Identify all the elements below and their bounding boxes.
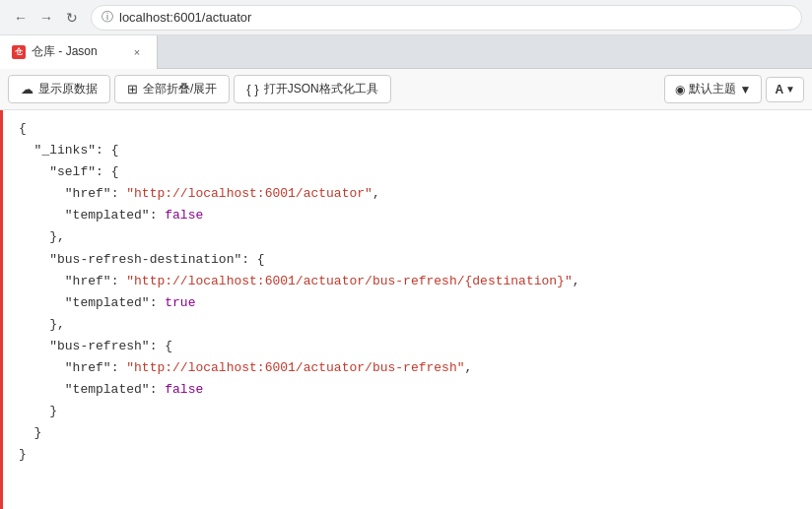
browser-bar: ← → ↻ ⓘ localhost:6001/actuator [0,0,812,35]
collapse-icon: ⊞ [127,82,138,96]
forward-button[interactable]: → [35,7,57,29]
tab-close-button[interactable]: × [129,44,145,60]
refresh-button[interactable]: ↻ [61,7,83,29]
theme-label: 默认主题 [689,81,736,97]
tab-favicon: 仓 [12,45,26,59]
json-line-6: }, [19,226,796,248]
json-line-10: }, [19,314,796,336]
cloud-icon: ☁ [21,82,34,96]
json-line-8: "href": "http://localhost:6001/actuator/… [19,271,796,292]
json-line-13: "templated": false [19,379,796,401]
json-line-1: { [19,118,796,140]
active-tab[interactable]: 仓 仓库 - Jason × [0,35,158,69]
json-line-5: "templated": false [19,205,796,226]
theme-dropdown-icon: ▼ [740,83,752,96]
json-line-16: } [19,444,796,466]
font-label: A [775,83,783,96]
json-line-11: "bus-refresh": { [19,336,796,357]
nav-icons: ← → ↻ [10,7,83,29]
tab-bar: 仓 仓库 - Jason × [0,35,812,69]
json-line-9: "templated": true [19,292,796,314]
json-line-4: "href": "http://localhost:6001/actuator"… [19,183,796,205]
open-formatter-label: 打开JSON格式化工具 [264,81,378,97]
toolbar-right: ◉ 默认主题 ▼ A ▼ [664,75,804,103]
collapse-expand-label: 全部折叠/展开 [143,81,217,97]
lock-icon: ⓘ [102,9,113,26]
json-line-2: "_links": { [19,140,796,161]
font-dropdown-icon: ▼ [785,84,795,95]
theme-button[interactable]: ◉ 默认主题 ▼ [664,75,763,103]
tab-label: 仓库 - Jason [32,43,123,60]
json-content: { "_links": { "self": { "href": "http://… [0,110,812,509]
theme-icon: ◉ [675,83,685,96]
formatter-icon: { } [246,82,258,96]
back-button[interactable]: ← [10,7,32,29]
open-formatter-button[interactable]: { } 打开JSON格式化工具 [234,75,390,103]
address-bar[interactable]: ⓘ localhost:6001/actuator [91,5,802,31]
json-line-3: "self": { [19,161,796,183]
collapse-expand-button[interactable]: ⊞ 全部折叠/展开 [114,75,230,103]
font-button[interactable]: A ▼ [766,77,804,102]
show-raw-button[interactable]: ☁ 显示原数据 [8,75,110,103]
json-line-12: "href": "http://localhost:6001/actuator/… [19,357,796,379]
url-text: localhost:6001/actuator [119,10,791,25]
json-toolbar: ☁ 显示原数据 ⊞ 全部折叠/展开 { } 打开JSON格式化工具 ◉ 默认主题… [0,69,812,110]
show-raw-label: 显示原数据 [38,81,98,97]
json-line-14: } [19,401,796,422]
json-line-7: "bus-refresh-destination": { [19,249,796,271]
json-line-15: } [19,422,796,444]
